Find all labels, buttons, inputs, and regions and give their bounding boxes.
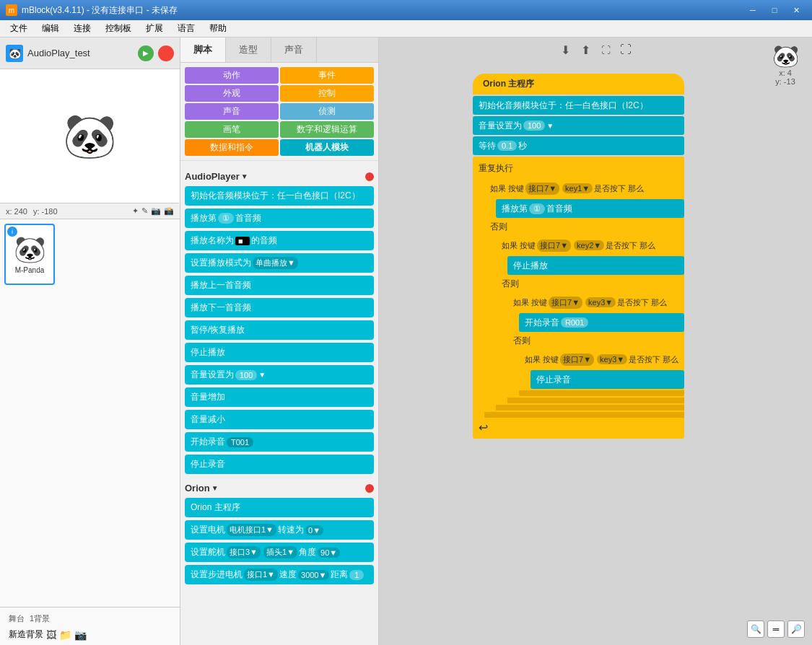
screenshot-icon[interactable]: 📸: [164, 206, 174, 216]
main-layout: 🐼 AudioPlay_test ▶ 🐼 x: 240 y: -180 ✦ ✎ …: [0, 38, 812, 645]
cat-operators[interactable]: 数字和逻辑运算: [280, 121, 374, 138]
cat-events[interactable]: 事件: [280, 67, 374, 84]
stage-label: 舞台 1背景: [4, 610, 175, 627]
cb-if2-container: 如果 按键 接口7▼ key2▼ 是否按下 那么 停止播放 否则 如果 按键 接…: [496, 234, 684, 412]
block-set-servo[interactable]: 设置舵机 接口3▼ 插头1▼ 角度 90▼: [185, 543, 374, 562]
block-volume-up[interactable]: 音量增加: [185, 387, 374, 407]
cat-pen[interactable]: 画笔: [185, 121, 279, 138]
stage-section: 舞台 1背景 新造背景 🖼 📁 📷: [0, 607, 180, 645]
menu-edit[interactable]: 编辑: [35, 21, 66, 36]
tab-script[interactable]: 脚本: [180, 38, 226, 62]
code-area[interactable]: Orion 主程序 初始化音频模块位于：任一白色接口（I2C） 音量设置为 10…: [379, 38, 812, 645]
cb-if4-cond[interactable]: 如果 按键 接口7▼ key3▼ 是否按下 那么: [519, 350, 684, 369]
camera-icon[interactable]: 📷: [151, 206, 161, 216]
cb-start-record[interactable]: 开始录音 R001: [519, 313, 684, 332]
backdrop-tools: 🖼 📁 📷: [46, 629, 87, 641]
pencil-icon[interactable]: ✎: [141, 206, 148, 216]
block-stop-play[interactable]: 停止播放: [185, 343, 374, 362]
sprite-item-mpanda[interactable]: i 🐼 M-Panda: [4, 224, 55, 285]
cb-else2: 否则: [496, 276, 684, 291]
block-orion-main[interactable]: Orion 主程序: [185, 498, 374, 517]
stop-button[interactable]: [158, 45, 174, 61]
block-set-mode[interactable]: 设置播放模式为 单曲播放▼: [185, 253, 374, 273]
menubar: 文件 编辑 连接 控制板 扩展 语言 帮助: [0, 20, 812, 38]
cb-if2-body: 停止播放: [507, 256, 684, 275]
orion-title: Orion: [185, 483, 210, 493]
section-orion-header: Orion ▼: [185, 483, 374, 493]
zoom-controls: 🔍 ═ 🔍: [747, 620, 805, 638]
zoom-in-button[interactable]: 🔍: [787, 620, 805, 638]
cb-volume[interactable]: 音量设置为 100▼: [473, 116, 684, 135]
menu-file[interactable]: 文件: [3, 21, 35, 36]
audioplayer-dot: [365, 172, 374, 181]
section-audioplayer-header: AudioPlayer ▼: [185, 171, 374, 182]
upload-icon[interactable]: 📁: [59, 629, 71, 641]
photo-icon[interactable]: 📷: [74, 629, 87, 641]
cb-else3: 否则: [507, 333, 684, 348]
orion-arrow[interactable]: ▼: [211, 484, 219, 492]
audioplayer-title: AudioPlayer: [185, 171, 240, 182]
sprite-item-label: M-Panda: [15, 266, 45, 274]
cat-motion[interactable]: 动作: [185, 67, 279, 84]
cb-if2-bottom: [496, 405, 684, 411]
cat-sound[interactable]: 声音: [185, 103, 279, 120]
cb-init-audio[interactable]: 初始化音频模块位于：任一白色接口（I2C）: [473, 96, 684, 115]
cb-if1-cond[interactable]: 如果 按键 接口7▼ key1▼ 是否按下 那么: [484, 179, 684, 198]
menu-language[interactable]: 语言: [170, 21, 202, 36]
menu-help[interactable]: 帮助: [202, 21, 234, 36]
block-init-audio[interactable]: 初始化音频模块位于：任一白色接口（I2C）: [185, 186, 374, 206]
edit-icons: ✦ ✎ 📷 📸: [132, 206, 174, 216]
menu-extend[interactable]: 扩展: [139, 21, 170, 36]
block-set-volume[interactable]: 音量设置为 100▼: [185, 365, 374, 385]
cat-control[interactable]: 控制: [280, 85, 374, 102]
block-set-motor[interactable]: 设置电机 电机接口1▼ 转速为 0▼: [185, 520, 374, 540]
cb-main-header[interactable]: Orion 主程序: [473, 74, 684, 95]
close-button[interactable]: ✕: [786, 2, 806, 18]
minimize-button[interactable]: ─: [743, 2, 763, 18]
panda-sprite: 🐼: [63, 110, 117, 162]
cb-repeat-header[interactable]: 重复执行: [473, 159, 684, 177]
backdrop-section: 新造背景 🖼 📁 📷: [4, 627, 175, 642]
cb-if1-container: 如果 按键 接口7▼ key1▼ 是否按下 那么 播放第 ① 首音频 否则 如果…: [484, 177, 684, 419]
block-set-stepper[interactable]: 设置步进电机 接口1▼ 速度 3000▼ 距离 1: [185, 565, 374, 584]
sprite-toolbar: 🐼 AudioPlay_test ▶: [0, 38, 180, 69]
block-start-record[interactable]: 开始录音 T001: [185, 432, 374, 452]
menu-connect[interactable]: 连接: [66, 21, 98, 36]
cb-if4-container: 如果 按键 接口7▼ key3▼ 是否按下 那么 停止录音: [519, 348, 684, 398]
block-play-next[interactable]: 播放下一首音频: [185, 298, 374, 317]
cb-wait[interactable]: 等待 0.1 秒: [473, 136, 684, 155]
sprite-icon: 🐼: [6, 45, 23, 62]
main-code-stack: Orion 主程序 初始化音频模块位于：任一白色接口（I2C） 音量设置为 10…: [473, 74, 684, 440]
cursor-icon[interactable]: ✦: [132, 206, 139, 216]
cb-if4-body: 停止录音: [531, 370, 684, 389]
block-play-nth[interactable]: 播放第 ① 首音频: [185, 209, 374, 228]
block-pause-resume[interactable]: 暂停/恢复播放: [185, 320, 374, 340]
cb-if2-cond[interactable]: 如果 按键 接口7▼ key2▼ 是否按下 那么: [496, 236, 684, 255]
block-stop-record[interactable]: 停止录音: [185, 455, 374, 474]
cb-if3-bottom: [507, 398, 684, 403]
maximize-button[interactable]: □: [764, 2, 785, 18]
sprite-name: AudioPlay_test: [27, 48, 134, 58]
cat-data[interactable]: 数据和指令: [185, 139, 279, 156]
cat-robot[interactable]: 机器人模块: [280, 139, 374, 156]
block-play-prev[interactable]: 播放上一首音频: [185, 276, 374, 295]
tab-costume[interactable]: 造型: [226, 38, 271, 62]
cat-sensing[interactable]: 侦测: [280, 103, 374, 120]
cb-if3-body: 开始录音 R001: [519, 313, 684, 332]
zoom-reset-button[interactable]: ═: [767, 620, 785, 638]
block-play-named[interactable]: 播放名称为 ■ 的音频: [185, 231, 374, 250]
paint-icon[interactable]: 🖼: [46, 629, 56, 641]
cb-if4-bottom: [519, 390, 684, 396]
tab-sound[interactable]: 声音: [271, 38, 317, 62]
middle-panel: 脚本 造型 声音 动作 事件 外观 控制 声音 侦测 画笔 数字和逻辑运算 数据…: [180, 38, 379, 645]
audioplayer-arrow[interactable]: ▼: [241, 172, 248, 180]
zoom-out-button[interactable]: 🔍: [747, 620, 764, 638]
block-volume-down[interactable]: 音量减小: [185, 410, 374, 429]
cb-play-first[interactable]: 播放第 ① 首音频: [496, 199, 684, 218]
cat-looks[interactable]: 外观: [185, 85, 279, 102]
cb-stop-play[interactable]: 停止播放: [507, 256, 684, 275]
cb-stop-record[interactable]: 停止录音: [531, 370, 684, 389]
menu-board[interactable]: 控制板: [98, 21, 139, 36]
run-button[interactable]: ▶: [138, 45, 154, 61]
cb-if3-cond[interactable]: 如果 按键 接口7▼ key3▼ 是否按下 那么: [507, 293, 684, 312]
